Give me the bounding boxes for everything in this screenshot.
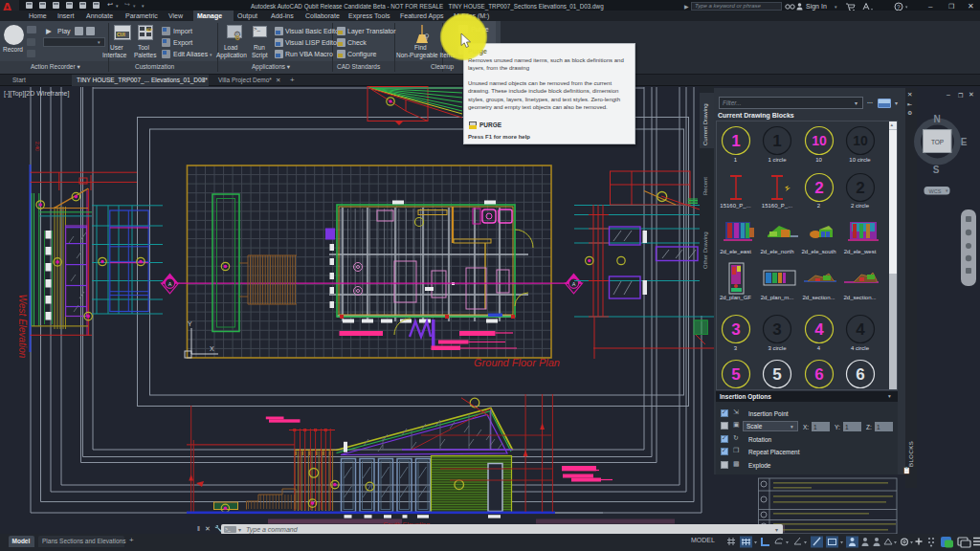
svg-text:?: ? <box>897 4 901 11</box>
svg-text:2.40: 2.40 <box>34 142 40 151</box>
svg-text:6: 6 <box>814 365 823 384</box>
svg-text:4: 4 <box>856 320 865 339</box>
svg-text:A: A <box>168 281 172 287</box>
svg-text:3: 3 <box>731 320 740 339</box>
svg-text:A: A <box>572 281 576 287</box>
svg-text:WCS: WCS <box>929 188 942 194</box>
svg-text:6: 6 <box>856 365 864 384</box>
svg-text:5: 5 <box>731 365 740 384</box>
svg-text:X: X <box>210 345 214 352</box>
svg-text:West Elevation: West Elevation <box>17 295 28 359</box>
svg-text:S: S <box>933 165 940 175</box>
svg-text:1: 1 <box>772 132 781 150</box>
svg-text:Ground Floor Plan: Ground Floor Plan <box>474 357 560 368</box>
svg-text:3: 3 <box>772 320 781 339</box>
svg-text:1: 1 <box>731 132 740 150</box>
svg-text:TOP: TOP <box>931 139 944 145</box>
svg-text:Y: Y <box>188 320 192 327</box>
svg-text:10: 10 <box>812 133 827 148</box>
svg-text:4: 4 <box>814 320 824 339</box>
svg-text:2: 2 <box>814 179 823 197</box>
svg-text:E: E <box>961 137 968 147</box>
svg-text:5: 5 <box>772 365 781 384</box>
svg-text:2: 2 <box>856 179 864 197</box>
svg-text:N: N <box>933 114 940 124</box>
svg-text:10: 10 <box>853 133 868 148</box>
